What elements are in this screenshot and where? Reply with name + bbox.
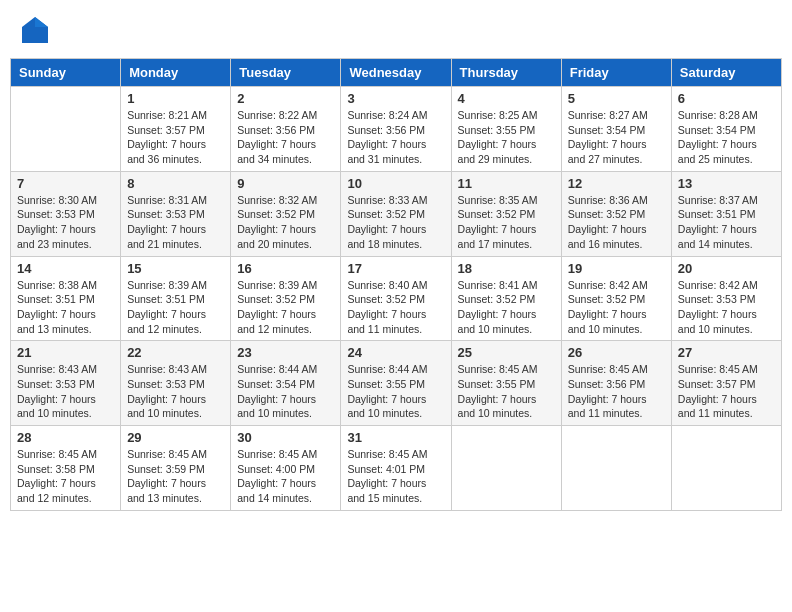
calendar-day-cell: 29Sunrise: 8:45 AMSunset: 3:59 PMDayligh… [121, 426, 231, 511]
day-number: 3 [347, 91, 444, 106]
day-info: Sunrise: 8:45 AMSunset: 4:01 PMDaylight:… [347, 447, 444, 506]
day-info: Sunrise: 8:43 AMSunset: 3:53 PMDaylight:… [17, 362, 114, 421]
calendar-body: 1Sunrise: 8:21 AMSunset: 3:57 PMDaylight… [11, 87, 782, 511]
day-info: Sunrise: 8:39 AMSunset: 3:52 PMDaylight:… [237, 278, 334, 337]
day-info: Sunrise: 8:28 AMSunset: 3:54 PMDaylight:… [678, 108, 775, 167]
calendar-day-cell: 31Sunrise: 8:45 AMSunset: 4:01 PMDayligh… [341, 426, 451, 511]
calendar-day-cell: 22Sunrise: 8:43 AMSunset: 3:53 PMDayligh… [121, 341, 231, 426]
day-number: 20 [678, 261, 775, 276]
day-number: 14 [17, 261, 114, 276]
day-info: Sunrise: 8:37 AMSunset: 3:51 PMDaylight:… [678, 193, 775, 252]
day-info: Sunrise: 8:42 AMSunset: 3:52 PMDaylight:… [568, 278, 665, 337]
calendar-day-cell: 21Sunrise: 8:43 AMSunset: 3:53 PMDayligh… [11, 341, 121, 426]
day-number: 11 [458, 176, 555, 191]
logo-icon [20, 15, 50, 45]
day-info: Sunrise: 8:30 AMSunset: 3:53 PMDaylight:… [17, 193, 114, 252]
calendar-day-cell: 27Sunrise: 8:45 AMSunset: 3:57 PMDayligh… [671, 341, 781, 426]
day-number: 21 [17, 345, 114, 360]
day-number: 13 [678, 176, 775, 191]
day-info: Sunrise: 8:45 AMSunset: 3:57 PMDaylight:… [678, 362, 775, 421]
day-number: 6 [678, 91, 775, 106]
calendar-day-cell: 2Sunrise: 8:22 AMSunset: 3:56 PMDaylight… [231, 87, 341, 172]
day-number: 29 [127, 430, 224, 445]
day-number: 26 [568, 345, 665, 360]
day-info: Sunrise: 8:22 AMSunset: 3:56 PMDaylight:… [237, 108, 334, 167]
day-info: Sunrise: 8:45 AMSunset: 4:00 PMDaylight:… [237, 447, 334, 506]
day-number: 28 [17, 430, 114, 445]
day-info: Sunrise: 8:24 AMSunset: 3:56 PMDaylight:… [347, 108, 444, 167]
calendar-week-row: 21Sunrise: 8:43 AMSunset: 3:53 PMDayligh… [11, 341, 782, 426]
calendar-day-cell: 6Sunrise: 8:28 AMSunset: 3:54 PMDaylight… [671, 87, 781, 172]
calendar-day-cell: 13Sunrise: 8:37 AMSunset: 3:51 PMDayligh… [671, 171, 781, 256]
weekday-header-cell: Friday [561, 59, 671, 87]
weekday-header-cell: Monday [121, 59, 231, 87]
calendar-day-cell: 5Sunrise: 8:27 AMSunset: 3:54 PMDaylight… [561, 87, 671, 172]
day-number: 24 [347, 345, 444, 360]
calendar-day-cell: 8Sunrise: 8:31 AMSunset: 3:53 PMDaylight… [121, 171, 231, 256]
day-info: Sunrise: 8:45 AMSunset: 3:56 PMDaylight:… [568, 362, 665, 421]
day-number: 31 [347, 430, 444, 445]
day-info: Sunrise: 8:44 AMSunset: 3:54 PMDaylight:… [237, 362, 334, 421]
day-info: Sunrise: 8:45 AMSunset: 3:59 PMDaylight:… [127, 447, 224, 506]
day-info: Sunrise: 8:32 AMSunset: 3:52 PMDaylight:… [237, 193, 334, 252]
day-info: Sunrise: 8:45 AMSunset: 3:55 PMDaylight:… [458, 362, 555, 421]
calendar-day-cell: 3Sunrise: 8:24 AMSunset: 3:56 PMDaylight… [341, 87, 451, 172]
calendar-day-cell: 9Sunrise: 8:32 AMSunset: 3:52 PMDaylight… [231, 171, 341, 256]
day-info: Sunrise: 8:21 AMSunset: 3:57 PMDaylight:… [127, 108, 224, 167]
calendar-day-cell: 23Sunrise: 8:44 AMSunset: 3:54 PMDayligh… [231, 341, 341, 426]
calendar-day-cell: 12Sunrise: 8:36 AMSunset: 3:52 PMDayligh… [561, 171, 671, 256]
day-number: 17 [347, 261, 444, 276]
day-info: Sunrise: 8:43 AMSunset: 3:53 PMDaylight:… [127, 362, 224, 421]
day-info: Sunrise: 8:31 AMSunset: 3:53 PMDaylight:… [127, 193, 224, 252]
weekday-header-cell: Tuesday [231, 59, 341, 87]
day-number: 19 [568, 261, 665, 276]
day-number: 30 [237, 430, 334, 445]
calendar-day-cell: 10Sunrise: 8:33 AMSunset: 3:52 PMDayligh… [341, 171, 451, 256]
day-number: 18 [458, 261, 555, 276]
day-info: Sunrise: 8:36 AMSunset: 3:52 PMDaylight:… [568, 193, 665, 252]
day-number: 25 [458, 345, 555, 360]
day-info: Sunrise: 8:45 AMSunset: 3:58 PMDaylight:… [17, 447, 114, 506]
calendar-week-row: 14Sunrise: 8:38 AMSunset: 3:51 PMDayligh… [11, 256, 782, 341]
calendar-day-cell [671, 426, 781, 511]
day-info: Sunrise: 8:42 AMSunset: 3:53 PMDaylight:… [678, 278, 775, 337]
day-number: 27 [678, 345, 775, 360]
calendar-day-cell: 18Sunrise: 8:41 AMSunset: 3:52 PMDayligh… [451, 256, 561, 341]
calendar-week-row: 28Sunrise: 8:45 AMSunset: 3:58 PMDayligh… [11, 426, 782, 511]
calendar-week-row: 1Sunrise: 8:21 AMSunset: 3:57 PMDaylight… [11, 87, 782, 172]
calendar-day-cell: 17Sunrise: 8:40 AMSunset: 3:52 PMDayligh… [341, 256, 451, 341]
calendar-day-cell: 25Sunrise: 8:45 AMSunset: 3:55 PMDayligh… [451, 341, 561, 426]
calendar-day-cell: 1Sunrise: 8:21 AMSunset: 3:57 PMDaylight… [121, 87, 231, 172]
day-info: Sunrise: 8:27 AMSunset: 3:54 PMDaylight:… [568, 108, 665, 167]
day-info: Sunrise: 8:35 AMSunset: 3:52 PMDaylight:… [458, 193, 555, 252]
svg-marker-1 [35, 17, 48, 27]
weekday-header-cell: Saturday [671, 59, 781, 87]
day-info: Sunrise: 8:40 AMSunset: 3:52 PMDaylight:… [347, 278, 444, 337]
day-number: 2 [237, 91, 334, 106]
calendar-day-cell: 28Sunrise: 8:45 AMSunset: 3:58 PMDayligh… [11, 426, 121, 511]
day-number: 4 [458, 91, 555, 106]
calendar-day-cell [451, 426, 561, 511]
day-number: 12 [568, 176, 665, 191]
page-header [10, 10, 782, 50]
calendar-day-cell: 20Sunrise: 8:42 AMSunset: 3:53 PMDayligh… [671, 256, 781, 341]
logo [20, 15, 54, 45]
day-number: 15 [127, 261, 224, 276]
weekday-header-cell: Thursday [451, 59, 561, 87]
calendar-day-cell: 26Sunrise: 8:45 AMSunset: 3:56 PMDayligh… [561, 341, 671, 426]
calendar-day-cell: 11Sunrise: 8:35 AMSunset: 3:52 PMDayligh… [451, 171, 561, 256]
day-info: Sunrise: 8:44 AMSunset: 3:55 PMDaylight:… [347, 362, 444, 421]
day-number: 10 [347, 176, 444, 191]
calendar-header-row: SundayMondayTuesdayWednesdayThursdayFrid… [11, 59, 782, 87]
calendar-day-cell: 16Sunrise: 8:39 AMSunset: 3:52 PMDayligh… [231, 256, 341, 341]
day-info: Sunrise: 8:38 AMSunset: 3:51 PMDaylight:… [17, 278, 114, 337]
day-number: 9 [237, 176, 334, 191]
weekday-header-cell: Sunday [11, 59, 121, 87]
day-number: 1 [127, 91, 224, 106]
calendar-day-cell: 4Sunrise: 8:25 AMSunset: 3:55 PMDaylight… [451, 87, 561, 172]
calendar-day-cell [561, 426, 671, 511]
day-number: 22 [127, 345, 224, 360]
calendar-day-cell: 19Sunrise: 8:42 AMSunset: 3:52 PMDayligh… [561, 256, 671, 341]
day-info: Sunrise: 8:41 AMSunset: 3:52 PMDaylight:… [458, 278, 555, 337]
weekday-header-cell: Wednesday [341, 59, 451, 87]
